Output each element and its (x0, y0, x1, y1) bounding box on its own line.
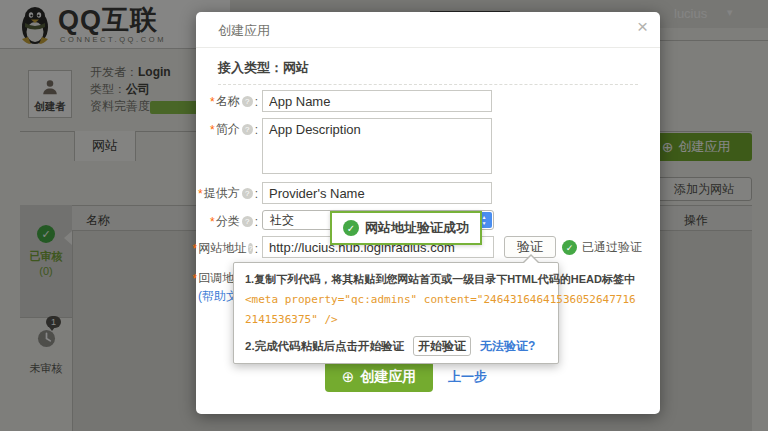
desc-label: *简介?: (196, 121, 258, 138)
name-label: *名称?: (196, 93, 258, 110)
url-label: *网站地址?: (196, 240, 258, 257)
help-icon[interactable]: ? (248, 243, 252, 254)
verify-popover: 1.复制下列代码，将其粘贴到您网站首页或一级目录下HTML代码的HEAD标签中 … (233, 262, 559, 364)
check-circle-icon: ✓ (343, 220, 359, 236)
screen: lucius ▾ QQ互联 CONNECT.QQ.COM (0, 0, 768, 431)
popover-step2-row: 2.完成代码粘贴后点击开始验证 开始验证 无法验证? (245, 336, 535, 356)
provider-label: *提供方?: (196, 185, 258, 202)
help-icon[interactable]: ? (242, 216, 253, 227)
popover-step2-text: 2.完成代码粘贴后点击开始验证 (245, 339, 404, 354)
previous-step-link[interactable]: 上一步 (448, 368, 487, 386)
meta-code-line1: <meta property="qc:admins" content="2464… (245, 293, 636, 306)
provider-input[interactable] (262, 182, 492, 204)
modal-title-divider (196, 47, 660, 48)
help-icon[interactable]: ? (242, 188, 253, 199)
help-icon[interactable]: ? (242, 124, 253, 135)
help-icon[interactable]: ? (242, 96, 253, 107)
desc-textarea[interactable]: App Description (262, 118, 492, 174)
check-circle-icon: ✓ (562, 240, 577, 255)
create-app-modal: 创建应用 × 接入类型：网站 *名称?: *简介?: App Descripti… (196, 12, 660, 414)
submit-create-app-button[interactable]: ⊕ 创建应用 (325, 361, 433, 392)
access-type-text: 接入类型：网站 (218, 59, 309, 77)
close-icon[interactable]: × (637, 17, 648, 36)
url-verified-toast: ✓ 网站地址验证成功 (330, 211, 482, 245)
category-label: *分类?: (196, 213, 258, 230)
dashed-divider (218, 84, 638, 85)
meta-code-line2: 2141536375" /> (245, 313, 338, 326)
verified-status: ✓ 已通过验证 (562, 239, 642, 256)
popover-step1-text: 1.复制下列代码，将其粘贴到您网站首页或一级目录下HTML代码的HEAD标签中 (245, 272, 635, 287)
plus-circle-icon: ⊕ (342, 368, 355, 386)
start-verify-button[interactable]: 开始验证 (413, 336, 471, 356)
name-input[interactable] (262, 90, 492, 112)
cannot-verify-link[interactable]: 无法验证? (480, 338, 535, 355)
modal-title: 创建应用 (218, 22, 270, 40)
